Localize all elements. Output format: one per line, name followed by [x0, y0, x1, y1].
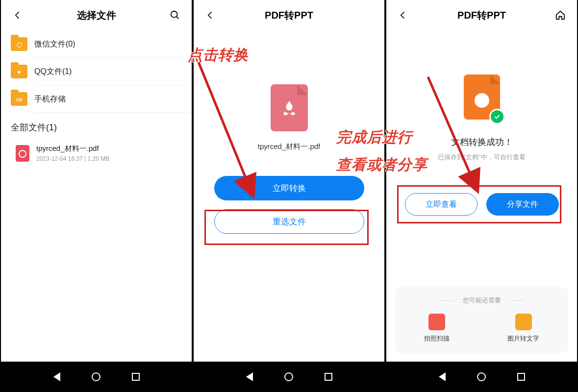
folder-qq[interactable]: ● QQ文件(1) — [1, 58, 192, 85]
nav-home-icon[interactable] — [477, 372, 486, 381]
nav-home-icon[interactable] — [92, 372, 101, 381]
search-icon[interactable] — [167, 7, 183, 23]
android-navbar — [194, 362, 384, 392]
spacer — [360, 7, 376, 23]
panel-convert: PDF转PPT tpyrced_材料一.pdf 立即转换 重选文件 点击转换 — [193, 0, 385, 392]
back-icon[interactable] — [10, 7, 25, 23]
ppt-large-icon — [464, 74, 500, 120]
page-title: PDF转PPT — [411, 9, 553, 22]
nav-home-icon[interactable] — [284, 372, 293, 381]
folder-label: 手机存储 — [34, 94, 66, 104]
body: tpyrced_材料一.pdf 立即转换 重选文件 点击转换 — [194, 30, 384, 362]
nav-recent-icon[interactable] — [325, 373, 332, 381]
file-meta: 2023-12-04 16:37 | 1.20 MB — [36, 155, 109, 162]
folder-icon: ▭ — [11, 92, 27, 106]
folder-label: 微信文件(0) — [34, 39, 75, 49]
panel-file-select: 选择文件 ◌ 微信文件(0) ● QQ文件(1) ▭ 手机存储 全部文件(1) … — [0, 0, 193, 392]
svg-line-3 — [199, 62, 252, 195]
topbar: PDF转PPT — [194, 0, 384, 30]
suggest-scan[interactable]: 拍照扫描 — [424, 314, 450, 343]
page-title: 选择文件 — [25, 9, 167, 22]
image-to-text-icon — [515, 314, 532, 330]
view-button[interactable]: 立即查看 — [405, 193, 477, 216]
nav-recent-icon[interactable] — [132, 373, 140, 381]
action-buttons: 立即查看 分享文件 — [405, 193, 559, 216]
folder-phone-storage[interactable]: ▭ 手机存储 — [1, 85, 192, 113]
section-all-files: 全部文件(1) — [1, 113, 192, 138]
success-check-icon — [489, 109, 505, 124]
nav-recent-icon[interactable] — [517, 373, 525, 381]
annotation-text-2: 查看或者分享 — [336, 155, 427, 175]
folder-wechat[interactable]: ◌ 微信文件(0) — [1, 30, 192, 58]
suggest-ocr[interactable]: 图片转文字 — [507, 314, 539, 343]
pdf-large-icon — [271, 84, 308, 131]
annotation-text-1: 完成后进行 — [336, 127, 412, 147]
back-icon[interactable] — [202, 7, 218, 23]
folder-list: ◌ 微信文件(0) ● QQ文件(1) ▭ 手机存储 — [1, 30, 192, 113]
page-title: PDF转PPT — [218, 9, 360, 22]
folder-icon: ● — [11, 65, 27, 78]
suggestions-card: 您可能还需要 拍照扫描 图片转文字 — [395, 287, 568, 353]
android-navbar — [386, 362, 577, 392]
convert-button[interactable]: 立即转换 — [214, 176, 364, 200]
success-title: 文档转换成功！ — [451, 136, 513, 148]
folder-label: QQ文件(1) — [34, 67, 72, 77]
panel-result: PDF转PPT 文档转换成功！ 已保存到"文档"中，可自行查看 立即查看 分享文… — [385, 0, 578, 392]
svg-line-1 — [176, 17, 179, 19]
annotation-text: 点击转换 — [188, 45, 249, 65]
camera-scan-icon — [428, 314, 445, 330]
back-icon[interactable] — [395, 7, 411, 23]
suggestions-title: 您可能还需要 — [395, 296, 568, 305]
reselect-button[interactable]: 重选文件 — [214, 209, 364, 234]
file-item[interactable]: tpyrced_材料一.pdf 2023-12-04 16:37 | 1.20 … — [6, 138, 192, 168]
folder-icon: ◌ — [11, 37, 27, 51]
home-icon[interactable] — [553, 7, 568, 23]
topbar: 选择文件 — [1, 0, 192, 30]
android-navbar — [1, 362, 192, 392]
suggest-label: 拍照扫描 — [424, 334, 450, 343]
nav-back-icon[interactable] — [439, 372, 446, 381]
body: 文档转换成功！ 已保存到"文档"中，可自行查看 立即查看 分享文件 完成后进行 … — [386, 30, 577, 287]
share-button[interactable]: 分享文件 — [486, 193, 559, 216]
success-subtitle: 已保存到"文档"中，可自行查看 — [438, 153, 525, 162]
pdf-icon — [16, 145, 29, 162]
nav-back-icon[interactable] — [246, 372, 253, 381]
suggest-label: 图片转文字 — [507, 334, 539, 343]
selected-file-name: tpyrced_材料一.pdf — [258, 142, 321, 151]
nav-back-icon[interactable] — [53, 372, 60, 381]
svg-point-0 — [171, 11, 177, 18]
file-name: tpyrced_材料一.pdf — [36, 144, 109, 153]
topbar: PDF转PPT — [386, 0, 577, 30]
